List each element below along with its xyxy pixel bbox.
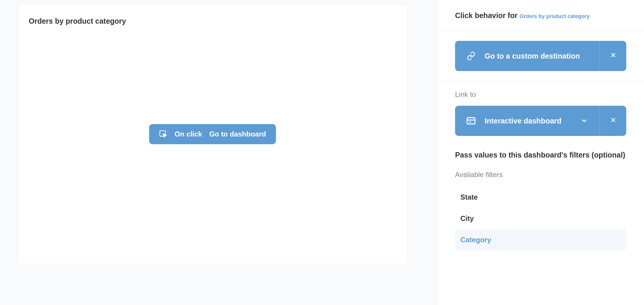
destination-section: Go to a custom destination: [437, 31, 644, 81]
link-to-select[interactable]: Interactive dashboard: [455, 106, 600, 136]
panel-header: Click behavior for Orders by product cat…: [437, 0, 644, 31]
svg-rect-3: [467, 118, 475, 124]
link-to-selected: Interactive dashboard: [485, 117, 562, 125]
panel-header-link[interactable]: Orders by product category: [520, 13, 590, 19]
filter-list: StateCityCategory: [455, 187, 626, 251]
destination-button[interactable]: Go to a custom destination: [455, 41, 600, 71]
card-center-content: On click Go to dashboard: [149, 124, 276, 144]
close-icon: [610, 117, 616, 125]
link-icon: [466, 51, 476, 61]
dashboard-icon: [466, 116, 476, 126]
pill-label-right: Go to dashboard: [209, 130, 266, 138]
chevron-down-icon: [580, 117, 588, 125]
click-behavior-pill[interactable]: On click Go to dashboard: [149, 124, 276, 144]
dashboard-card: Orders by product category On click Go t…: [18, 4, 407, 264]
close-icon: [610, 52, 616, 60]
pass-values-section: Pass values to this dashboard's filters …: [437, 145, 644, 260]
link-to-label: Link to: [455, 90, 626, 99]
available-filters-label: Avaliable filters: [455, 171, 626, 179]
card-title: Orders by product category: [29, 17, 397, 25]
destination-action-row: Go to a custom destination: [455, 41, 626, 71]
pill-label-left: On click: [174, 130, 202, 138]
filter-item-city[interactable]: City: [455, 208, 626, 229]
destination-label: Go to a custom destination: [485, 52, 580, 60]
click-icon: [159, 130, 167, 138]
filter-item-state[interactable]: State: [455, 187, 626, 208]
destination-close-button[interactable]: [600, 41, 626, 71]
filter-item-category[interactable]: Category: [455, 229, 626, 251]
pass-values-title: Pass values to this dashboard's filters …: [455, 151, 626, 159]
link-to-close-button[interactable]: [600, 106, 626, 136]
link-to-section: Link to Interactive dashboard: [437, 81, 644, 145]
side-panel: Click behavior for Orders by product cat…: [437, 0, 644, 305]
panel-header-prefix: Click behavior for: [455, 11, 520, 20]
app-root: Orders by product category On click Go t…: [0, 0, 644, 305]
main-area: Orders by product category On click Go t…: [0, 0, 437, 305]
link-to-action-row: Interactive dashboard: [455, 106, 626, 136]
